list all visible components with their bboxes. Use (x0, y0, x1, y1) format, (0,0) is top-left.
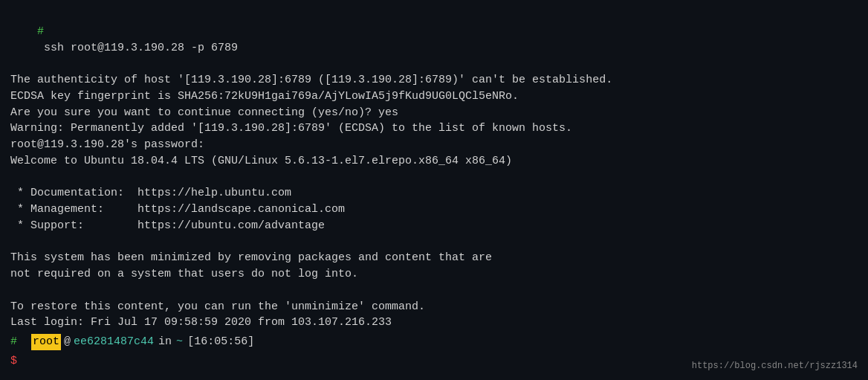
restore-line: To restore this content, you can run the… (10, 299, 858, 315)
support-line: * Support: https://ubuntu.com/advantage (10, 218, 858, 234)
warning-line: Warning: Permanently added '[119.3.190.2… (10, 120, 858, 137)
ecdsa-line: ECDSA key fingerprint is SHA256:72kU9H1g… (10, 88, 858, 105)
blank3 (10, 283, 858, 299)
minimized1-line: This system has been minimized by removi… (10, 250, 858, 266)
prompt-user: root (31, 334, 61, 350)
dollar-sign: $ (10, 353, 17, 370)
blank2 (10, 234, 858, 251)
prompt-tilde: ~ (176, 334, 183, 350)
prompt-time: [16:05:56] (187, 334, 254, 350)
terminal: # ssh root@119.3.190.28 -p 6789 The auth… (0, 0, 868, 380)
ssh-command: # ssh root@119.3.190.28 -p 6789 (10, 7, 858, 72)
sure-line: Are you sure you want to continue connec… (10, 105, 858, 121)
auth-line1: The authenticity of host '[119.3.190.28]… (10, 72, 858, 88)
prompt-hash-symbol: # (10, 334, 17, 350)
watermark: https://blog.csdn.net/rjszz1314 (692, 360, 858, 373)
prompt-hash: # (37, 25, 44, 38)
lastlogin-line: Last login: Fri Jul 17 09:58:59 2020 fro… (10, 315, 858, 331)
prompt-host: ee6281487c44 (74, 334, 154, 350)
prompt-in: in (158, 334, 172, 350)
prompt-space (22, 334, 28, 350)
welcome-line: Welcome to Ubuntu 18.04.4 LTS (GNU/Linux… (10, 153, 858, 170)
shell-prompt: # root @ ee6281487c44 in ~ [16:05:56] (10, 334, 858, 350)
doc-line: * Documentation: https://help.ubuntu.com (10, 185, 858, 202)
mgmt-line: * Management: https://landscape.canonica… (10, 202, 858, 218)
command-text: ssh root@119.3.190.28 -p 6789 (37, 42, 238, 54)
password-line: root@119.3.190.28's password: (10, 137, 858, 153)
minimized2-line: not required on a system that users do n… (10, 266, 858, 283)
prompt-at: @ (64, 334, 71, 350)
blank1 (10, 170, 858, 186)
